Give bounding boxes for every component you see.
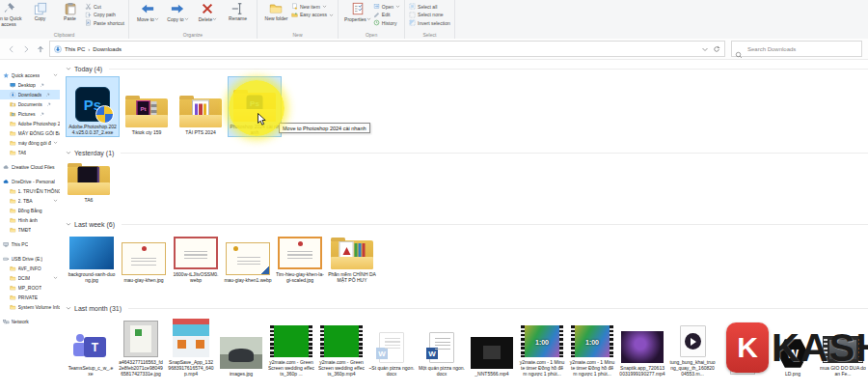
ribbon-button-label: Delete	[199, 16, 217, 23]
file-tile[interactable]: mau-giay-khen1.webp	[222, 238, 274, 285]
sidebar-item-avf-info[interactable]: AVF_INFO	[0, 264, 60, 273]
refresh-icon[interactable]	[713, 45, 720, 53]
file-tile[interactable]: 1600w-tLJltvOSSM0.webp	[170, 232, 222, 285]
file-label: SnapSave_App_1329683917616574_640p.mp4	[168, 359, 214, 377]
chevron-down-icon	[366, 16, 371, 21]
network-icon	[3, 319, 10, 325]
sidebar-item--ng-b-ng[interactable]: Đồng Bằng	[0, 206, 60, 215]
thumbnail-purple	[621, 331, 664, 363]
ribbon-button-pin-to-quick-access[interactable]: Pin to Quick access	[0, 1, 25, 27]
easy-access-icon	[291, 12, 298, 18]
ribbon-button-new-folder[interactable]: New folder	[261, 1, 291, 22]
chevron-down-icon	[184, 16, 189, 21]
cursor-highlight-halo	[229, 80, 285, 136]
ribbon-button-label: Paste shortcut	[94, 20, 124, 26]
file-tile[interactable]: Phần mềm CHỈNH DA MẶT PÕ HUY	[326, 232, 378, 285]
search-box[interactable]	[731, 41, 862, 57]
address-dropdown-chevron-icon[interactable]	[701, 45, 709, 53]
sidebar-item-onedrive-personal[interactable]: OneDrive - Personal	[0, 177, 60, 186]
file-tile[interactable]: TẢI PTS 2024	[174, 82, 228, 137]
sidebar-item-1-truy-n-th-ng[interactable]: 1. TRUYỀN THÔNG	[0, 186, 60, 196]
photoshop-app-icon: Ps	[75, 87, 110, 122]
file-tile[interactable]: Snaptik.app_7206130031999190277.mp4	[617, 322, 667, 378]
file-tile[interactable]: SnapSave_App_1329683917616574_640p.mp4	[166, 316, 216, 378]
file-tile[interactable]: TA6	[66, 160, 112, 205]
file-tile[interactable]: tung_bung_khai_truong_quay_th_1608200455…	[667, 316, 718, 378]
file-label: 1600w-tLJltvOSSM0.webp	[172, 271, 220, 283]
ribbon-button-invert-selection[interactable]: Invert selection	[409, 19, 450, 26]
breadcrumb-this-pc[interactable]: This PC	[65, 46, 85, 52]
sidebar-item-adobe-photoshop-2-[interactable]: Adobe Photoshop 2...	[0, 119, 60, 128]
sidebar-item-desktop[interactable]: Desktop	[0, 80, 60, 90]
ribbon-button-easy-access[interactable]: Easy access	[291, 12, 334, 18]
sidebar-item-downloads[interactable]: Downloads	[0, 90, 60, 99]
chevron-down-icon[interactable]	[66, 305, 71, 312]
file-tile[interactable]: TTeamsSetup_c_w_.exe	[66, 322, 116, 378]
sidebar-item-quick-access[interactable]: Quick access	[0, 70, 60, 80]
ribbon-button-copy-to[interactable]: Copy to	[163, 1, 193, 23]
sidebar-item-pictures[interactable]: Pictures	[0, 109, 60, 119]
select-all-icon	[409, 3, 416, 10]
file-tile[interactable]: y2mate.com - Green Screen wedding effect…	[316, 316, 366, 378]
file-tile[interactable]: background-xanh-duong.jpg	[66, 232, 118, 285]
forward-button[interactable]	[20, 43, 32, 55]
file-tile[interactable]: Tim-hieu-giay-khen-la-gi-scaled.jpg	[274, 232, 326, 285]
file-tile[interactable]: PsAdobe.Photoshop.2024.v25.0.0.37_2.exe	[66, 76, 120, 137]
file-label: tung_bung_khai_truong_quay_th_1608200455…	[669, 359, 716, 377]
address-bar: This PC › Downloads	[0, 39, 868, 60]
file-tile[interactable]: y2mate.com - Green Screen wedding effect…	[266, 316, 316, 378]
ribbon-button-copy-path[interactable]: Copy path	[85, 12, 124, 18]
up-button[interactable]	[35, 43, 46, 55]
sidebar-item-mp-root[interactable]: MP_ROOT	[0, 283, 60, 293]
search-input[interactable]	[746, 45, 858, 53]
file-tile[interactable]: 1:00y2mate.com - 1 Minute timer Đồng hồ …	[567, 316, 617, 378]
sidebar-item-m-y-ng-g-i-d-[interactable]: máy đóng gói đồ d...	[0, 138, 60, 148]
ribbon-button-properties[interactable]: Properties	[342, 1, 373, 23]
sidebar-item-2-tba[interactable]: 2. TBA	[0, 196, 60, 206]
ribbon-button-paste[interactable]: Paste	[55, 1, 85, 22]
ribbon-button-rename[interactable]: Rename	[223, 1, 253, 22]
ribbon-button-select-all[interactable]: Select all	[409, 3, 450, 10]
ribbon-button-edit[interactable]: Edit	[373, 12, 400, 18]
sidebar-item-this-pc[interactable]: This PC	[0, 239, 60, 249]
file-label: TA6	[68, 197, 110, 203]
kashi-logo: K	[726, 322, 769, 373]
back-button[interactable]	[6, 43, 17, 55]
file-tile[interactable]: W~St quán pizza ngon.docx	[366, 322, 417, 378]
ribbon-button-history[interactable]: History	[373, 19, 400, 26]
ribbon-button-copy[interactable]: Copy	[25, 1, 55, 22]
sidebar-item-system-volume-info[interactable]: System Volume Info	[0, 302, 60, 312]
sidebar-item-usb-drive-e-[interactable]: USB Drive (E:)	[0, 254, 60, 264]
chevron-down-icon[interactable]	[66, 221, 71, 228]
ribbon-button-delete[interactable]: Delete	[193, 1, 223, 23]
sidebar-item-tm-t[interactable]: TMĐT	[0, 225, 60, 235]
sidebar-item-ta6[interactable]: TA6	[0, 148, 60, 157]
ribbon-button-select-none[interactable]: Select none	[409, 12, 450, 18]
ribbon-button-new-item[interactable]: New item	[291, 3, 334, 10]
file-tile[interactable]: WMột quán pizza ngon.docx	[417, 322, 467, 378]
sidebar-item-creative-cloud-files[interactable]: Creative Cloud Files	[0, 162, 60, 172]
breadcrumb-downloads[interactable]: Downloads	[93, 46, 122, 52]
sidebar-item-documents[interactable]: Documents	[0, 99, 60, 109]
downloads-icon	[10, 92, 16, 98]
ribbon-button-move-to[interactable]: Move to	[133, 1, 163, 23]
sidebar-item-private[interactable]: PRIVATE	[0, 293, 60, 302]
sidebar-item-label: USB Drive (E:)	[12, 256, 43, 262]
file-tile[interactable]: PtTiktok cty 159	[120, 82, 174, 137]
sidebar-item-dcim[interactable]: DCIM	[0, 273, 60, 283]
ribbon-button-cut[interactable]: Cut	[85, 3, 124, 10]
address-field[interactable]: This PC › Downloads	[49, 41, 725, 57]
file-tile[interactable]: images.jpg	[216, 327, 266, 378]
folder-icon	[10, 266, 16, 272]
ribbon-button-open[interactable]: Open	[373, 3, 400, 10]
sidebar-item-h-nh-nh[interactable]: Hình ảnh	[0, 215, 60, 225]
sidebar-item-m-y-ng-g-i-b-[interactable]: MÁY ĐÓNG GÓI BÁ...	[0, 128, 60, 138]
ribbon-button-paste-shortcut[interactable]: Paste shortcut	[85, 19, 124, 26]
chevron-down-icon[interactable]	[66, 66, 71, 72]
file-tile[interactable]: a4643277116563_fd2e8feb2071ce98049658174…	[116, 316, 166, 378]
file-tile[interactable]: mau-giay-khen.jpg	[118, 238, 170, 285]
file-tile[interactable]: 1:00y2mate.com - 1 Minute timer Đồng hồ …	[517, 316, 567, 378]
file-tile[interactable]: _NNT5566.mp4	[467, 327, 517, 378]
sidebar-item-network[interactable]: Network	[0, 317, 60, 326]
chevron-down-icon[interactable]	[66, 150, 71, 156]
